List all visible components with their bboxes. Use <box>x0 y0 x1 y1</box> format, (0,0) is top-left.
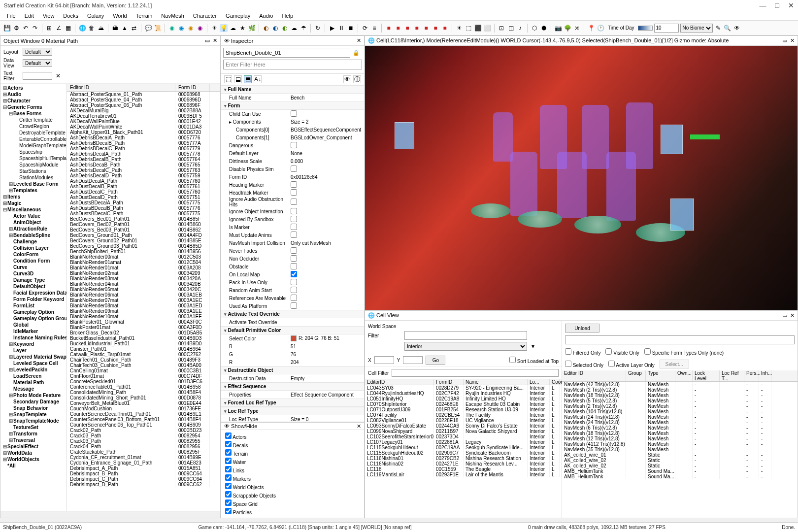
chk-onlocalmap[interactable] <box>291 271 297 277</box>
tree-item[interactable]: Gameplay Option <box>1 309 66 315</box>
table-row[interactable]: BlankNoRender10mat0003A1EF <box>67 314 220 319</box>
table-row[interactable]: NavMesh (6 Tris)(v12.8)NavMesh--- <box>562 425 798 431</box>
chk-childcanuse[interactable] <box>291 110 297 117</box>
y-input[interactable] <box>403 356 423 364</box>
tree-item[interactable]: ⊞Keyword <box>1 341 66 347</box>
light-icon[interactable]: ☀ <box>455 24 463 32</box>
table-row[interactable]: BlankNoRender00mat0012C503 <box>67 254 220 260</box>
menu-galaxy[interactable]: Galaxy <box>83 12 108 20</box>
table-row[interactable]: CouchModCushion001736FE <box>67 406 220 411</box>
menu-terrain[interactable]: Terrain <box>132 12 157 20</box>
play-icon[interactable]: ▶ <box>328 24 336 32</box>
undo-icon[interactable]: ↶ <box>22 24 30 32</box>
window-close-icon[interactable]: ✕ <box>788 1 794 9</box>
col-editorid[interactable]: Editor ID <box>67 84 175 91</box>
table-row[interactable]: BedCovers_Ground01_Path0014A4FD <box>67 233 220 238</box>
table-row[interactable]: Crack04_Path00082956 <box>67 444 220 449</box>
object-list[interactable]: Editor ID Form ID Abstract_PosterSquare_… <box>67 84 220 511</box>
table-row[interactable]: CounterSciencePanel06_Top_Path010014B909 <box>67 422 220 428</box>
3d-viewport[interactable] <box>365 46 798 310</box>
tree-item[interactable]: ⊞LeveledPackIn <box>1 366 66 373</box>
world-icon[interactable]: 🌐 <box>78 24 86 32</box>
pathing-icon[interactable]: ⇄ <box>130 24 138 32</box>
acoustic-icon[interactable]: ♪ <box>516 24 524 32</box>
panel-close-icon[interactable]: ✕ <box>790 37 795 44</box>
multibound-icon[interactable]: ⬜ <box>483 24 491 32</box>
save-icon[interactable]: 💾 <box>3 24 11 32</box>
panel-float-icon[interactable]: ▭ <box>205 37 210 44</box>
table-row[interactable]: AshDebrisDecalB_Path00057764 <box>67 157 220 162</box>
go-button[interactable]: Go <box>426 356 445 365</box>
table-row[interactable]: Cydonia_CF_recruitment_01mat0014B99E <box>67 455 220 460</box>
settings-icon[interactable]: ⚙ <box>12 24 20 32</box>
table-row[interactable]: LC119MantisLair00293F1ELair of the Manti… <box>365 472 562 477</box>
wireframe-icon[interactable]: ⬢ <box>540 24 548 32</box>
table-row[interactable]: LC071OutpostU309001FB254Research Station… <box>365 407 562 412</box>
occlusion-icon[interactable]: ◫ <box>507 24 515 32</box>
table-row[interactable]: LC093SonnyDiFalcoEstate00244CA9Sonny Di … <box>365 423 562 429</box>
table-row[interactable]: LC043SY030028D279SY-920 - Engineering Ba… <box>365 385 562 391</box>
table-row[interactable]: AK_coiled_wire_02Static--- <box>562 458 798 463</box>
table-row[interactable]: AshDebrisDecalA_Path00057778 <box>67 151 220 157</box>
panel-close-icon[interactable]: ✕ <box>357 37 361 44</box>
table-row[interactable]: BedCovers_Bed01_Path010014B85F <box>67 216 220 222</box>
table-row[interactable]: LC070ShipInterior002468E6Escape Shuttle … <box>365 401 562 407</box>
table-row[interactable]: LC107Legacy010022881ALegacyInteriorL <box>365 439 562 445</box>
animation-icon[interactable]: ◉ <box>177 24 185 32</box>
table-row[interactable]: NavMesh (18 Tris)(v12.8)NavMesh--- <box>562 431 798 436</box>
table-row[interactable]: LC116Nishina020024271ENishina Research L… <box>365 461 562 466</box>
sec-locref[interactable]: Loc Ref Type <box>221 407 364 415</box>
table-row[interactable]: CounterScienceDecalTrim01_Path010014B9E1 <box>67 411 220 417</box>
select-button[interactable]: Select... <box>660 360 689 368</box>
table-row[interactable]: LC044RyujinIndustriesHQ002C7F42Ryujin In… <box>365 391 562 396</box>
red-square6-icon[interactable]: ■ <box>432 24 439 32</box>
day-icon[interactable]: ☀ <box>210 24 218 32</box>
chk-dangerous[interactable] <box>291 142 297 148</box>
tree-item[interactable]: IdleMarker <box>1 328 66 334</box>
water-icon[interactable]: ◐ <box>271 24 279 32</box>
menu-navmesh[interactable]: NavMesh <box>157 12 188 20</box>
sec-destructible[interactable]: Destructible Object <box>221 366 364 374</box>
tree-icon[interactable]: 🌳 <box>564 24 571 32</box>
table-row[interactable]: AKDecalWallPaintWhite00001DA3 <box>67 124 220 130</box>
table-row[interactable]: BedCovers_Bed02_Path010014B860 <box>67 222 220 227</box>
tree-item[interactable]: Message <box>1 386 66 392</box>
sec-defcolor[interactable]: Default Primitive Color <box>221 326 364 334</box>
red-square3-icon[interactable]: ■ <box>403 24 411 32</box>
table-row[interactable]: AKDecalWallPaintBlue00001E42 <box>67 119 220 124</box>
snap-icon[interactable]: ⊞ <box>45 24 53 32</box>
insp-sort-icon[interactable]: A↓ <box>254 75 262 83</box>
table-row[interactable]: LC074Facility002CBE54The FacilityInterio… <box>365 412 562 418</box>
inspector-filter-input[interactable] <box>223 60 362 69</box>
inspector-properties[interactable]: Full Name Full NameBench Form Child Can … <box>221 85 364 422</box>
redo-icon[interactable]: ↷ <box>31 24 39 32</box>
tree-item[interactable]: Curve <box>1 264 66 270</box>
table-row[interactable]: AshDebrisBDecalB_Path0005777A <box>67 140 220 146</box>
table-row[interactable]: ConveyorBelt_MetalBlue01001E0E44 <box>67 400 220 406</box>
table-row[interactable]: ConsolidatedMining_Short_Path01000D0878 <box>67 395 220 400</box>
table-row[interactable]: NavMesh (12 Tris)(v12.8)NavMesh--- <box>562 436 798 441</box>
table-row[interactable]: NavMesh (24 Tris)(v12.8)NavMesh--- <box>562 414 798 420</box>
table-row[interactable]: Crack02_Path0000BD23 <box>67 428 220 433</box>
tree-item[interactable]: ⊞WorldData <box>1 450 66 456</box>
table-row[interactable]: BedCovers_Ground03_Path010014B85D <box>67 243 220 249</box>
dropdown-ext-icon[interactable]: ▾ <box>529 342 537 350</box>
table-row[interactable]: BrokenGlass_Decal02001D5AB5 <box>67 330 220 335</box>
showhide-item[interactable]: Decals <box>225 440 360 449</box>
tree-item[interactable]: Facial Expression Data <box>1 290 66 296</box>
table-row[interactable]: CrateStackable_Path0008295F <box>67 449 220 455</box>
textfilter-clear-icon[interactable]: ✕ <box>54 72 62 80</box>
tree-item[interactable]: StarStations <box>1 168 66 174</box>
showhide-item[interactable]: Actors <box>225 432 360 440</box>
red-square5-icon[interactable]: ■ <box>422 24 430 32</box>
table-row[interactable]: BlankNoRender04mat0003420B <box>67 281 220 287</box>
tree-item[interactable]: ⊞Photo Mode Feature <box>1 392 66 399</box>
menu-character[interactable]: Character <box>189 12 221 20</box>
tree-item[interactable]: Spaceship <box>1 149 66 155</box>
menu-world[interactable]: World <box>109 12 131 20</box>
sec-fullname[interactable]: Full Name <box>221 85 364 94</box>
showhide-item[interactable]: World Objects <box>225 482 360 491</box>
insp-tool2-icon[interactable]: ⬓ <box>234 75 242 83</box>
tree-item[interactable]: ⊟Miscellaneous <box>1 206 66 213</box>
table-row[interactable]: BucketBaseIndustrial_Path010014B9D3 <box>67 335 220 341</box>
